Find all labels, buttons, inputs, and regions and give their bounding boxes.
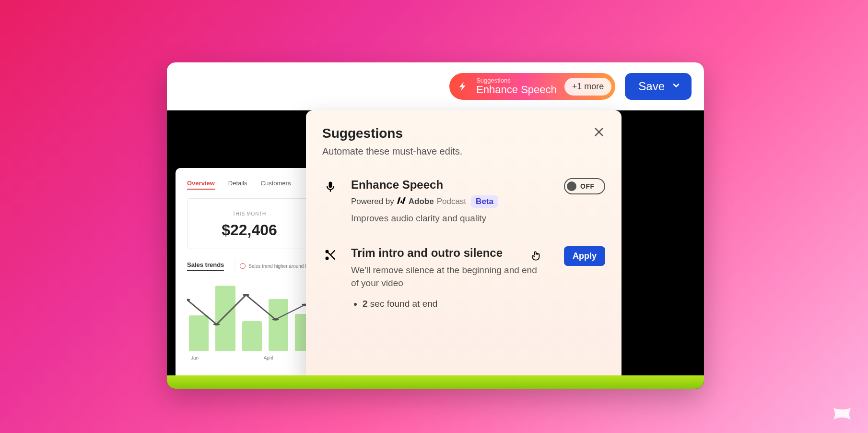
tab-overview[interactable]: Overview	[187, 180, 215, 190]
suggestion-trim-silence: Trim intro and outro silence We'll remov…	[322, 246, 605, 309]
suggestions-popup: Suggestions Automate these must-have edi…	[306, 110, 622, 381]
app-window: Suggestions Enhance Speech +1 more Save …	[167, 62, 704, 389]
adobe-logo-icon	[397, 196, 406, 207]
apply-button[interactable]: Apply	[564, 246, 605, 266]
brand-logo-icon	[831, 399, 854, 422]
chart-bar	[189, 315, 209, 351]
enhance-speech-toggle[interactable]: OFF	[564, 178, 605, 194]
timeline-strip	[167, 375, 704, 389]
suggestion-title: Trim intro and outro silence	[351, 246, 540, 260]
chart-bar	[269, 299, 288, 351]
bullet-count: 2	[363, 299, 368, 309]
chart-bar	[215, 286, 235, 351]
sales-title: Sales trends	[187, 261, 224, 271]
close-icon[interactable]	[593, 126, 605, 138]
toggle-knob	[567, 181, 576, 191]
suggestion-bullet: 2 sec found at end	[363, 299, 540, 309]
info-dot-icon	[240, 263, 246, 269]
bolt-icon	[458, 81, 469, 92]
save-button[interactable]: Save	[625, 73, 692, 100]
popup-header: Suggestions Automate these must-have edi…	[322, 126, 605, 157]
chart-bar	[242, 321, 262, 351]
microphone-icon	[324, 180, 337, 225]
metric-value: $22,406	[197, 221, 302, 239]
xaxis-tick: April	[264, 355, 273, 361]
suggestions-pill-labels: Suggestions Enhance Speech	[476, 77, 557, 96]
suggestions-pill[interactable]: Suggestions Enhance Speech +1 more	[449, 73, 615, 100]
bullet-text: sec found at end	[368, 299, 438, 309]
powered-brand: Adobe	[409, 197, 434, 206]
suggestions-pill-small: Suggestions	[476, 77, 557, 84]
suggestion-desc: Improves audio clarity and quality	[351, 212, 540, 225]
svg-point-12	[326, 256, 329, 260]
scissors-icon	[324, 248, 337, 309]
metric-box: THIS MONTH $22,406 Sal	[187, 198, 312, 249]
suggestion-enhance-speech: Enhance Speech Powered by Adobe Podcast …	[322, 178, 605, 225]
suggestions-pill-big: Enhance Speech	[476, 84, 557, 96]
popup-title: Suggestions	[322, 126, 462, 141]
popup-subtitle: Automate these must-have edits.	[322, 146, 462, 157]
powered-suffix: Podcast	[437, 197, 466, 206]
powered-prefix: Powered by	[351, 197, 394, 206]
tab-customers[interactable]: Customers	[261, 180, 291, 190]
toggle-state: OFF	[580, 182, 595, 190]
topbar: Suggestions Enhance Speech +1 more Save	[167, 62, 704, 110]
tab-details[interactable]: Details	[228, 180, 247, 190]
chevron-down-icon	[671, 80, 681, 93]
xaxis-tick: Jan	[191, 355, 199, 361]
beta-badge: Beta	[471, 195, 498, 208]
suggestion-title: Enhance Speech	[351, 178, 540, 192]
powered-by-row: Powered by Adobe Podcast Beta	[351, 195, 540, 208]
save-button-label: Save	[638, 80, 665, 93]
metric-label: THIS MONTH	[197, 211, 302, 216]
suggestion-desc: We'll remove silence at the beginning an…	[351, 264, 540, 290]
suggestions-pill-more[interactable]: +1 more	[564, 78, 612, 96]
